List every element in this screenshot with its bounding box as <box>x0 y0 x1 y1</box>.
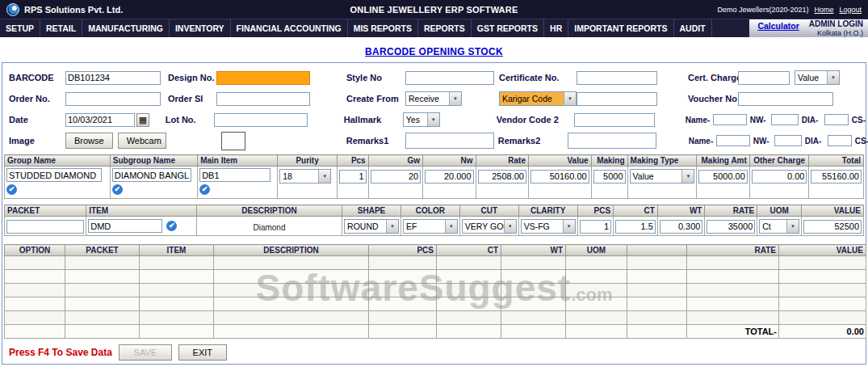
column-header-value: Value <box>528 155 591 167</box>
gw-input[interactable] <box>371 170 421 184</box>
remarks2-label: Remarks2 <box>498 136 568 146</box>
lot-no-input[interactable] <box>214 113 308 127</box>
karigar-code-input[interactable] <box>577 92 657 106</box>
nw-1-input[interactable] <box>771 114 799 125</box>
empty-cell <box>566 270 627 284</box>
menu-hr[interactable]: HR <box>544 19 568 37</box>
group-name-input[interactable] <box>6 168 102 182</box>
empty-cell <box>501 284 566 297</box>
menu-mis-reports[interactable]: MIS REPORTS <box>348 19 418 37</box>
making-type-select[interactable]: Value ▼ <box>630 169 695 184</box>
subgroup-name-input[interactable] <box>112 168 191 182</box>
exit-button[interactable]: EXIT <box>178 344 227 361</box>
item-input[interactable] <box>88 219 162 233</box>
cert-charge-input[interactable] <box>738 71 790 85</box>
calculator-link[interactable]: Calculator <box>757 21 799 31</box>
logout-link[interactable]: Logout <box>839 6 862 14</box>
column-header-pcs: PCS <box>369 245 437 256</box>
packet-wt-input[interactable] <box>660 220 703 234</box>
empty-list-row <box>5 284 866 297</box>
purity-select[interactable]: 18 ▼ <box>279 169 331 184</box>
value-input[interactable] <box>530 170 589 184</box>
packet-value-input[interactable] <box>803 220 862 234</box>
empty-cell <box>779 284 866 297</box>
dia-2-input[interactable] <box>828 135 852 146</box>
main-item-input[interactable] <box>199 168 270 182</box>
menu-gst-reports[interactable]: GST REPORTS <box>472 19 544 37</box>
voucher-no-input[interactable] <box>738 92 833 106</box>
empty-cell <box>437 270 501 284</box>
making-input[interactable] <box>593 170 626 184</box>
empty-cell <box>501 297 566 311</box>
packet-input[interactable] <box>6 220 84 234</box>
uom-select[interactable]: Ct ▼ <box>759 219 799 234</box>
barcode-input[interactable] <box>65 71 161 85</box>
shape-value: ROUND <box>345 220 386 233</box>
remarks1-input[interactable] <box>405 133 494 149</box>
remarks2-input[interactable] <box>568 133 656 149</box>
column-header-rate: RATE <box>687 245 779 256</box>
clarity-select[interactable]: VS-FG ▼ <box>521 219 576 234</box>
vendor-code-2-input[interactable] <box>574 113 655 127</box>
column-header-group-name: Group Name <box>5 155 111 167</box>
total-input[interactable] <box>811 170 862 184</box>
menu-reports[interactable]: REPORTS <box>418 19 472 37</box>
design-no-label: Design No. <box>168 73 216 82</box>
nw-2-input[interactable] <box>774 135 802 146</box>
menu-manufacturing[interactable]: MANUFACTURING <box>82 19 170 37</box>
save-button[interactable]: SAVE <box>119 344 172 361</box>
empty-cell <box>369 325 437 339</box>
empty-cell <box>566 297 627 311</box>
create-from-select[interactable]: Receive ▼ <box>405 91 462 106</box>
empty-cell <box>140 270 214 284</box>
order-sl-input[interactable] <box>216 92 310 106</box>
karigar-code-select[interactable]: Karigar Code ▼ <box>499 91 577 106</box>
name-1-input[interactable] <box>713 114 747 125</box>
pcs-input[interactable] <box>339 170 367 184</box>
empty-cell <box>5 311 65 325</box>
menu-financial-accounting[interactable]: FINANCIAL ACCOUNTING <box>231 19 348 37</box>
cert-charge-type-select[interactable]: Value ▼ <box>795 70 840 85</box>
home-link[interactable]: Home <box>814 6 833 14</box>
menu-setup[interactable]: SETUP <box>0 19 40 37</box>
packet-pcs-input[interactable] <box>580 220 612 234</box>
order-no-input[interactable] <box>65 92 161 106</box>
packet-ct-input[interactable] <box>615 220 656 234</box>
design-no-input[interactable] <box>216 71 310 85</box>
dia-1-input[interactable] <box>824 114 849 125</box>
color-select[interactable]: EF ▼ <box>403 219 458 234</box>
webcam-button[interactable]: Webcam <box>118 133 166 149</box>
menu-retail[interactable]: RETAIL <box>40 19 82 37</box>
menu-important-reports[interactable]: IMPORTANT REPORTS <box>568 19 673 37</box>
menu-audit[interactable]: AUDIT <box>674 19 712 37</box>
calendar-button[interactable]: ▦ <box>136 113 149 127</box>
branch-label: Kolkata (H.O.) <box>809 29 863 37</box>
name-2-input[interactable] <box>716 135 750 146</box>
cert-charge-label: Cert. Charge <box>688 73 738 82</box>
save-hint: Press F4 To Save Data <box>9 347 112 358</box>
column-header-item: ITEM <box>140 245 214 256</box>
hallmark-select[interactable]: Yes ▼ <box>403 112 440 127</box>
rate-input[interactable] <box>478 170 526 184</box>
dropdown-arrow-icon: ▼ <box>681 170 694 183</box>
browse-button[interactable]: Browse <box>65 133 113 149</box>
menu-inventory[interactable]: INVENTORY <box>170 19 231 37</box>
packet-rate-input[interactable] <box>707 220 755 234</box>
date-input[interactable] <box>65 113 135 127</box>
column-header-main-item: Main Item <box>198 155 278 167</box>
other-charge-input[interactable] <box>752 170 807 184</box>
packet-row: ✔ Diamond ROUND ▼ EF ▼ VERY GOO ▼ VS-FG <box>5 217 864 236</box>
rps-logo-icon <box>6 3 19 16</box>
session-label: Demo Jewellers(2020-2021) <box>717 6 808 14</box>
column-header-description: DESCRIPTION <box>214 245 369 256</box>
certificate-no-label: Certificate No. <box>499 73 577 82</box>
order-no-label: Order No. <box>9 94 65 103</box>
empty-cell <box>5 256 65 270</box>
making-amt-input[interactable] <box>698 170 747 184</box>
nw-input[interactable] <box>425 170 473 184</box>
style-no-input[interactable] <box>405 71 494 85</box>
shape-select[interactable]: ROUND ▼ <box>344 219 399 234</box>
empty-cell <box>566 256 627 270</box>
cut-select[interactable]: VERY GOO ▼ <box>462 219 517 234</box>
certificate-no-input[interactable] <box>577 71 657 85</box>
